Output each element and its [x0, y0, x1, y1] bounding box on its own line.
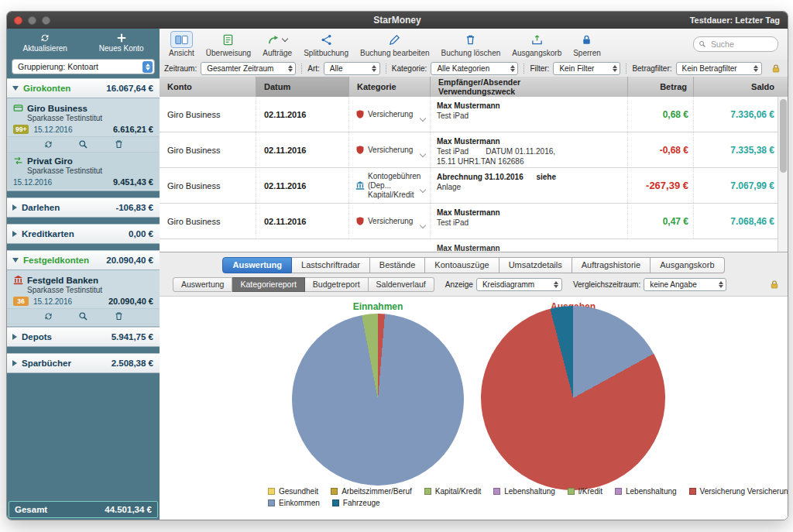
saldo-value: 7.067,99 € [694, 168, 788, 203]
filter-lock-button[interactable] [771, 63, 781, 74]
kategorie-cell[interactable]: Kontogebühren (Dep...Kapital/Kredit [349, 168, 431, 203]
refresh-icon[interactable] [43, 311, 53, 321]
grouping-select[interactable]: Gruppierung: Kontoart [12, 59, 155, 74]
new-account-button[interactable]: Neues Konto [84, 33, 160, 53]
table-row[interactable]: Giro Business 02.11.2016 Versicherung Ma… [160, 132, 788, 168]
unread-badge: 36 [13, 297, 29, 306]
subtab-saldenverlauf[interactable]: Saldenverlauf [369, 277, 434, 292]
transfer-icon [13, 156, 23, 166]
column-header-datum[interactable]: Datum [256, 77, 349, 97]
filter-filter-select[interactable]: Kein Filter [553, 62, 620, 75]
legend-swatch [568, 488, 575, 495]
select-arrows-icon [717, 281, 724, 288]
tab-auftragshistorie[interactable]: Auftragshistorie [572, 257, 651, 273]
trash-icon[interactable] [114, 139, 124, 149]
zeitraum-filter-select[interactable]: Gesamter Zeitraum [201, 62, 296, 75]
anzeige-select[interactable]: Kreisdiagramm [476, 278, 562, 291]
account-privat-giro[interactable]: Privat Giro Sparkasse Testinstitut 15.12… [7, 153, 160, 189]
legend-swatch [331, 488, 338, 495]
scrollbar-thumb[interactable] [780, 99, 787, 173]
table-row[interactable]: Giro Business 02.11.2016 Versicherung Ma… [160, 97, 788, 132]
group-amount: 16.067,64 € [106, 84, 153, 93]
chevron-down-icon [420, 151, 426, 157]
search-field[interactable] [693, 36, 778, 52]
sidebar-group-sparbuecher[interactable]: Sparbücher 2.508,38 € [7, 353, 160, 373]
group-label: Sparbücher [22, 359, 71, 368]
toolbar-ansicht-button[interactable]: Ansicht [169, 31, 194, 57]
column-header-empfaenger[interactable]: Empfänger/AbsenderVerwendungszweck [431, 77, 628, 97]
toolbar-auftraege-button[interactable]: Aufträge [263, 31, 292, 57]
search-icon[interactable] [78, 139, 88, 149]
shield-icon [355, 216, 365, 226]
column-header-betrag[interactable]: Betrag [628, 77, 694, 97]
chevron-right-icon [12, 204, 17, 211]
refresh-icon[interactable] [43, 139, 53, 149]
account-giro-business[interactable]: Giro Business Sparkasse Testinstitut 99+… [7, 100, 160, 136]
trash-icon[interactable] [114, 311, 124, 321]
betragfilter-filter-select[interactable]: Kein Betragfilter [676, 62, 762, 75]
unread-badge: 99+ [13, 125, 29, 134]
subtab-budgetreport[interactable]: Budgetreport [305, 277, 369, 292]
sidebar-group-festgeldkonten[interactable]: Festgeldkonten 20.090,40 € [7, 250, 160, 270]
tab-ausgangskorb[interactable]: Ausgangskorb [651, 257, 724, 273]
outbox-icon [530, 34, 544, 46]
tab-auswertung[interactable]: Auswertung [222, 257, 292, 273]
kategorie-cell[interactable]: Versicherung [349, 204, 431, 239]
transfer-form-icon [221, 34, 235, 46]
toolbar-button-label: Überweisung [206, 49, 251, 57]
account-date: 15.12.2016 [33, 125, 72, 134]
sidebar-group-kreditkarten[interactable]: Kreditkarten 0,00 € [7, 224, 160, 244]
search-input[interactable] [709, 39, 773, 50]
main-area: Ansicht Überweisung Aufträge Splitbuchun… [160, 29, 788, 520]
search-icon[interactable] [78, 311, 88, 321]
column-header-konto[interactable]: Konto [160, 77, 256, 97]
bank-icon [13, 275, 23, 285]
toolbar-buchung-bearbeiten-button[interactable]: Buchung bearbeiten [360, 31, 430, 57]
tab-kontoauszuege[interactable]: Kontoauszüge [425, 257, 499, 273]
lock-icon [580, 34, 593, 46]
vergleichszeitraum-select[interactable]: keine Angabe [644, 278, 726, 291]
legend-item: Fahrzeuge [332, 499, 380, 507]
group-amount: -106,83 € [115, 203, 153, 212]
legend-item: Arbeitszimmer/Beruf [331, 487, 412, 496]
account-bank: Sparkasse Testinstitut [27, 166, 153, 175]
account-festgeld-banken[interactable]: Festgeld Banken Sparkasse Testinstitut 3… [7, 272, 160, 308]
table-row[interactable]: Giro Business 02.11.2016 Versicherung Ma… [160, 204, 788, 239]
toolbar-splitbuchung-button[interactable]: Splitbuchung [304, 31, 348, 57]
account-amount: 20.090,40 € [108, 297, 153, 306]
table-row[interactable]: Giro Business 02.11.2016 Kontogebühren (… [160, 168, 788, 204]
column-header-saldo[interactable]: Saldo [694, 77, 788, 97]
toolbar-sperren-button[interactable]: Sperren [573, 31, 601, 57]
split-icon [320, 34, 333, 46]
column-header-kategorie[interactable]: Kategorie [349, 77, 431, 97]
legend-swatch [268, 488, 275, 495]
sidebar-group-darlehen[interactable]: Darlehen -106,83 € [7, 197, 160, 218]
account-amount: 9.451,43 € [113, 177, 153, 187]
refresh-accounts-button[interactable]: Aktualisieren [7, 33, 84, 53]
subtab-kategoriereport[interactable]: Kategoriereport [232, 277, 304, 292]
refresh-icon [39, 33, 50, 43]
festgeld-panel: Festgeld Banken Sparkasse Testinstitut 3… [7, 270, 160, 327]
betrag-value: -267,39 € [628, 168, 694, 203]
kategorie-cell[interactable]: Versicherung [349, 97, 431, 132]
toolbar-ueberweisung-button[interactable]: Überweisung [206, 31, 251, 57]
art-filter-select[interactable]: Alle [324, 62, 380, 75]
chart-legend: Gesundheit Arbeitszimmer/Beruf Kapital/K… [268, 487, 788, 510]
tab-umsatzdetails[interactable]: Umsatzdetails [499, 257, 572, 273]
kategorie-cell[interactable]: Versicherung [349, 132, 431, 167]
report-lock-button[interactable] [770, 280, 779, 290]
sidebar-group-girokonten[interactable]: Girokonten 16.067,64 € [7, 78, 160, 98]
kategorie-filter-select[interactable]: Alle Kategorien [431, 62, 518, 75]
sidebar-group-depots[interactable]: Depots 5.941,75 € [7, 327, 160, 347]
subtab-auswertung[interactable]: Auswertung [173, 277, 232, 292]
main-toolbar: Ansicht Überweisung Aufträge Splitbuchun… [160, 29, 788, 60]
search-icon [699, 40, 706, 48]
table-scrollbar[interactable] [778, 97, 788, 252]
account-name: Giro Business [27, 104, 88, 113]
table-row-partial[interactable]: Max Mustermann [160, 239, 788, 252]
tab-lastschriftradar[interactable]: Lastschriftradar [292, 257, 370, 273]
toolbar-buchung-loeschen-button[interactable]: Buchung löschen [441, 31, 501, 57]
tab-bestaende[interactable]: Bestände [370, 257, 425, 273]
group-amount: 2.508,38 € [112, 359, 153, 368]
toolbar-ausgangskorb-button[interactable]: Ausgangskorb [512, 31, 561, 57]
